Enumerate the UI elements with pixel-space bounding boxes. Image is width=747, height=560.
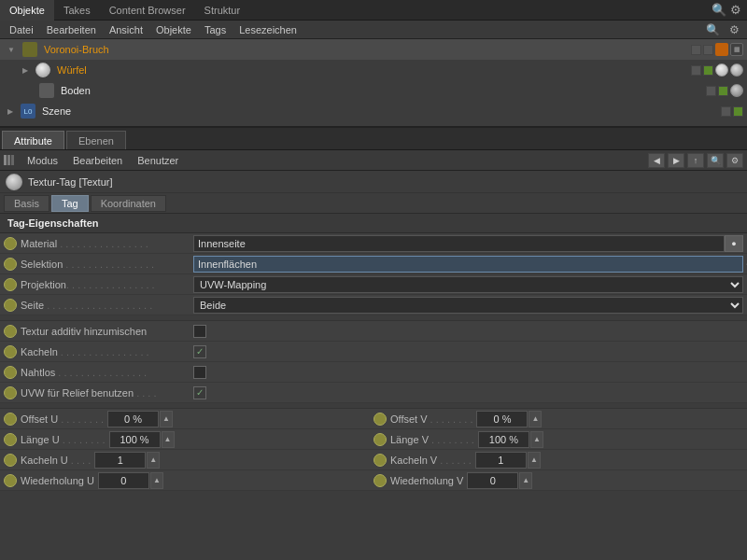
offset-u-spinner: ▲ [107,411,173,427]
sub-tab-koordinaten[interactable]: Koordinaten [91,195,166,212]
kacheln-u-spinner: ▲ [94,452,160,469]
laenge-v-up[interactable]: ▲ [530,431,543,448]
expand-arrow-wuerfel[interactable]: ▶ [22,66,28,75]
tab-objekte[interactable]: Objekte [0,0,54,21]
settings-icon-menu[interactable]: ⚙ [726,23,743,36]
expand-arrow-voronoi[interactable]: ▼ [7,46,15,54]
laenge-v-indicator[interactable] [374,433,387,446]
uvw-relief-checkbox[interactable]: ✓ [193,386,206,399]
menu-ansicht[interactable]: Ansicht [104,23,148,36]
material-value-container: ● [193,235,743,252]
menu-lesezeichen[interactable]: Lesezeichen [233,23,303,36]
wiederholung-u-indicator[interactable] [4,474,17,487]
offset-v-input[interactable] [476,411,528,427]
offset-v-spinner: ▲ [476,411,542,427]
forward-icon[interactable]: ▶ [668,153,684,168]
offset-v-up[interactable]: ▲ [529,411,542,427]
laenge-u-indicator[interactable] [4,433,17,446]
kacheln-u-up[interactable]: ▲ [147,452,160,469]
nahtlos-checkbox[interactable] [193,366,206,379]
wuerfel-dot1 [691,65,701,76]
selektion-indicator[interactable] [4,258,17,271]
selektion-input[interactable] [193,256,743,273]
projektion-indicator[interactable] [4,278,17,291]
material-input[interactable] [193,235,725,252]
uvw-relief-label: UVW für Relief benutzen . . . . [21,387,193,399]
uvw-relief-indicator[interactable] [4,386,17,399]
toolbar-bearbeiten[interactable]: Bearbeiten [67,154,128,167]
object-row-voronoi[interactable]: ▼ Voronoi-Bruch ▦ [0,39,747,60]
offset-u-up[interactable]: ▲ [160,411,173,427]
tab-takes[interactable]: Takes [54,0,100,21]
tab-attribute[interactable]: Attribute [2,131,64,149]
voronoi-icon [22,42,37,57]
wiederholung-v-col: Wiederholung V ▲ [374,472,743,489]
kacheln-u-label: Kacheln U . . . . [21,455,91,466]
search-icon[interactable]: 🔍 [712,3,726,17]
menu-bearbeiten[interactable]: Bearbeiten [41,23,102,36]
sub-tab-basis[interactable]: Basis [4,195,49,212]
laenge-u-col: Länge U . . . . . . . . ▲ [4,431,374,448]
kacheln-indicator[interactable] [4,345,17,358]
offset-u-indicator[interactable] [4,413,17,426]
tab-content-browser[interactable]: Content Browser [100,0,195,21]
search-icon-menu[interactable]: 🔍 [702,23,724,36]
boden-dot2 [718,86,728,96]
object-row-wuerfel[interactable]: ▶ Würfel [0,60,747,80]
menu-datei[interactable]: Datei [4,23,39,36]
toolbar-modus[interactable]: Modus [21,154,63,167]
search-small-icon[interactable]: 🔍 [707,153,724,168]
wiederholung-v-input[interactable] [467,472,518,489]
wiederholung-u-up[interactable]: ▲ [150,472,163,489]
wiederholung-u-input[interactable] [98,472,149,489]
kacheln-v-up[interactable]: ▲ [528,452,541,469]
kacheln-u-col: Kacheln U . . . . ▲ [4,452,374,469]
wiederholung-v-label: Wiederholung V [390,475,463,486]
expand-arrow-szene[interactable]: ▶ [7,107,13,116]
offset-v-indicator[interactable] [374,413,387,426]
section-title-tag: Tag-Eigenschaften [0,214,747,233]
projektion-select[interactable]: UVW-Mapping Kubisch Sphärisch [193,276,743,293]
kacheln-v-indicator[interactable] [374,454,387,467]
nahtlos-indicator[interactable] [4,366,17,379]
menu-objekte[interactable]: Objekte [150,23,197,36]
object-name-boden: Boden [61,85,702,96]
laenge-u-spinner: ▲ [109,431,175,448]
wiederholung-v-indicator[interactable] [374,474,387,487]
material-label: Material . . . . . . . . . . . . . . . . [21,238,193,249]
material-dropdown-btn[interactable]: ● [725,235,743,252]
back-icon[interactable]: ◀ [648,153,665,168]
menu-tags[interactable]: Tags [199,23,232,36]
textur-additiv-checkbox[interactable] [193,325,206,338]
offset-u-col: Offset U . . . . . . . . ▲ [4,411,374,427]
arrow-up-icon[interactable]: ↑ [687,153,704,168]
toolbar-benutzer[interactable]: Benutzer [132,154,184,167]
textur-additiv-indicator[interactable] [4,325,17,338]
wiederholung-v-up[interactable]: ▲ [519,472,532,489]
material-indicator[interactable] [4,237,17,250]
settings-icon[interactable]: ⚙ [730,3,741,17]
laenge-u-up[interactable]: ▲ [162,431,175,448]
seite-indicator[interactable] [4,299,17,312]
kacheln-u-indicator[interactable] [4,454,17,467]
kacheln-v-input[interactable] [475,452,527,469]
object-row-szene[interactable]: ▶ L0 Szene [0,101,747,121]
szene-dot2 [733,106,743,117]
tag-icon-group: ▦ [730,43,743,56]
offset-v-col: Offset V . . . . . . . . ▲ [374,411,743,427]
szene-dot1 [721,106,731,117]
offset-u-input[interactable] [107,411,159,427]
kacheln-checkbox[interactable]: ✓ [193,345,206,358]
prop-row-laenge: Länge U . . . . . . . . ▲ Länge V . . . … [0,429,747,450]
kacheln-u-input[interactable] [94,452,146,469]
tab-ebenen[interactable]: Ebenen [66,131,126,149]
boden-icon [39,83,54,98]
seite-select[interactable]: Beide Vorne Hinten [193,297,743,314]
object-row-boden[interactable]: Boden [0,80,747,101]
settings-small-icon[interactable]: ⚙ [726,153,743,168]
laenge-v-input[interactable] [478,431,529,448]
sub-tab-tag[interactable]: Tag [51,195,89,212]
laenge-u-input[interactable] [109,431,161,448]
kacheln-v-col: Kacheln V . . . . . . ▲ [374,452,743,469]
tab-struktur[interactable]: Struktur [195,0,250,21]
